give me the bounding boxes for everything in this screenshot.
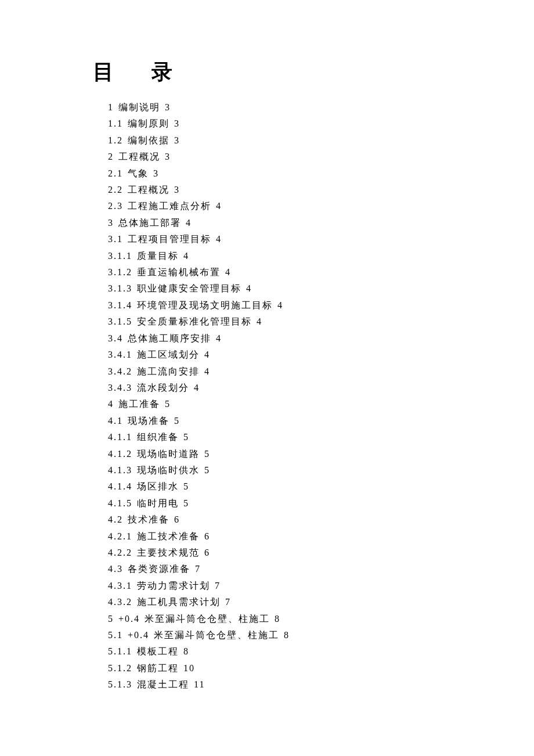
toc-item: 4.3 各类资源准备 7 [108, 561, 534, 577]
toc-item: 3.1.3 职业健康安全管理目标 4 [108, 280, 534, 297]
toc-item: 3.4.2 施工流向安排 4 [108, 363, 534, 380]
toc-item: 2.2 工程概况 3 [108, 182, 534, 198]
toc-item: 3.1.1 质量目标 4 [108, 248, 534, 264]
toc-item: 4.3.1 劳动力需求计划 7 [108, 578, 534, 594]
toc-item: 4.2.2 主要技术规范 6 [108, 545, 534, 561]
toc-item: 2.3 工程施工难点分析 4 [108, 198, 534, 214]
toc-item: 3.1.2 垂直运输机械布置 4 [108, 264, 534, 280]
toc-item: 1 编制说明 3 [108, 99, 534, 116]
toc-item: 5.1.3 混凝土工程 11 [108, 676, 534, 693]
toc-item: 4.2 技术准备 6 [108, 512, 534, 528]
toc-item: 4 施工准备 5 [108, 396, 534, 412]
toc-item: 4.1.5 临时用电 5 [108, 495, 534, 512]
toc-item: 3.4.3 流水段划分 4 [108, 380, 534, 396]
toc-item: 1.2 编制依据 3 [108, 132, 534, 149]
toc-item: 1.1 编制原则 3 [108, 116, 534, 132]
toc-list: 1 编制说明 3 1.1 编制原则 3 1.2 编制依据 3 2 工程概况 3 … [108, 99, 534, 693]
toc-item: 2.1 气象 3 [108, 165, 534, 182]
toc-item: 3 总体施工部署 4 [108, 215, 534, 231]
toc-item: 4.1 现场准备 5 [108, 413, 534, 429]
page-title: 目 录 [93, 58, 534, 87]
toc-item: 5.1.2 钢筋工程 10 [108, 660, 534, 676]
toc-item: 4.1.3 现场临时供水 5 [108, 462, 534, 478]
toc-item: 3.1 工程项目管理目标 4 [108, 231, 534, 247]
toc-item: 4.1.2 现场临时道路 5 [108, 446, 534, 462]
toc-item: 4.1.4 场区排水 5 [108, 478, 534, 495]
toc-item: 3.4 总体施工顺序安排 4 [108, 330, 534, 347]
toc-item: 2 工程概况 3 [108, 149, 534, 165]
toc-item: 3.4.1 施工区域划分 4 [108, 347, 534, 363]
toc-item: 5 +0.4 米至漏斗筒仓仓壁、柱施工 8 [108, 611, 534, 627]
toc-item: 4.3.2 施工机具需求计划 7 [108, 594, 534, 610]
toc-item: 3.1.4 环境管理及现场文明施工目标 4 [108, 297, 534, 314]
toc-item: 3.1.5 安全质量标准化管理目标 4 [108, 314, 534, 330]
toc-item: 4.2.1 施工技术准备 6 [108, 528, 534, 545]
toc-item: 5.1 +0.4 米至漏斗筒仓仓壁、柱施工 8 [108, 627, 534, 643]
toc-item: 5.1.1 模板工程 8 [108, 643, 534, 660]
toc-item: 4.1.1 组织准备 5 [108, 429, 534, 445]
